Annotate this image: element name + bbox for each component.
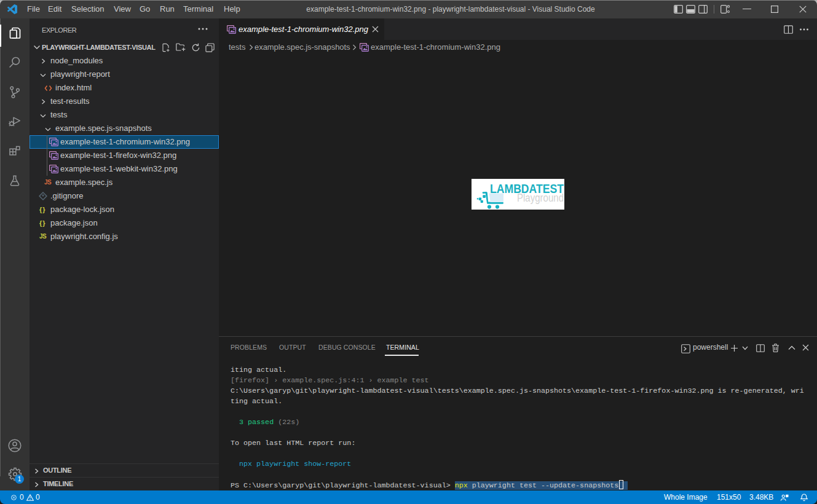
svg-text:Playground: Playground xyxy=(517,192,564,204)
